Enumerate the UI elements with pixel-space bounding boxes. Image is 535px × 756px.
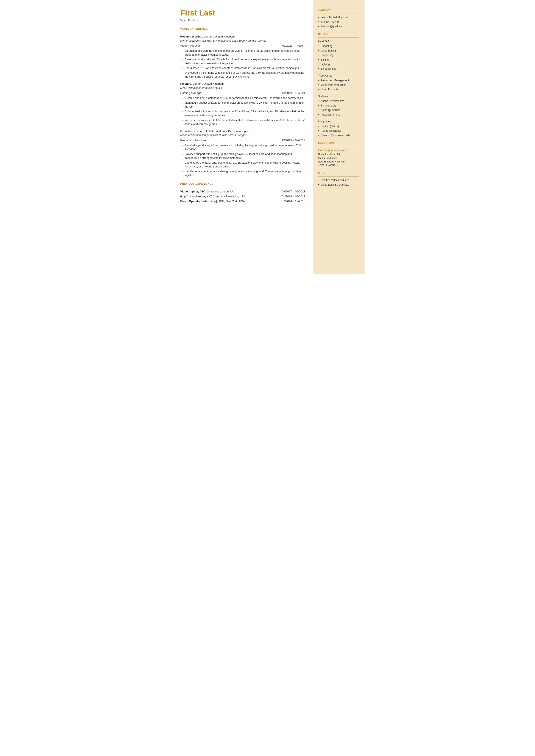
- edu-location: New York City, New York: [318, 160, 359, 164]
- prev-exp-row-3: Boom Operator (Internship), ABC, New Yor…: [180, 199, 305, 204]
- language-0: English (Native): [318, 124, 359, 128]
- skills-section: SKILLS Hard Skills: Budgeting Video Edit…: [318, 32, 359, 137]
- software-0: Adobe Premiere Pro: [318, 99, 359, 103]
- software-list: Adobe Premiere Pro Screencastify Apple Q…: [318, 99, 359, 117]
- hard-skill-2: Storytelling: [318, 53, 359, 57]
- edu-dates: 10/2011 - 06/2014: [318, 164, 359, 167]
- prev-exp-dates-3: 07/2014 – 12/2015: [282, 199, 305, 204]
- other-list: Certified Video Producer. Video Editing …: [318, 178, 359, 187]
- job-title-3: Production Assistant: [180, 138, 207, 142]
- job-title-1: Video Producer: [180, 43, 200, 48]
- prev-exp-bold-2: Grip Crew Member,: [180, 195, 206, 198]
- job-bullets-3: Assisted in producing 47 documentaries, …: [180, 143, 305, 177]
- bullet-3-1: Assisted in producing 47 documentaries, …: [185, 143, 305, 151]
- prev-exp-dates-2: 01/2016 – 05/2017: [282, 194, 305, 199]
- contact-heading: CONTACT: [318, 9, 359, 12]
- employer-block-1: Resume Worded, London, United Kingdom Fi…: [180, 35, 305, 79]
- job-bullets-2: Created and kept a database of 50K perfo…: [180, 96, 305, 126]
- software-1: Screencastify: [318, 104, 359, 107]
- job-row-3: Production Assistant 10/2018 – 09/2019: [180, 138, 305, 142]
- contact-list: Leeds, United Kingdom +44 1234567890 fir…: [318, 15, 359, 28]
- job-title-2: Casting Manager: [180, 91, 203, 95]
- job-dates-3: 10/2018 – 09/2019: [282, 138, 305, 142]
- education-block: University of New York Bachelor of Fine …: [318, 148, 359, 167]
- job-row-1: Video Producer 01/2022 – Present: [180, 43, 305, 48]
- name-section: First Last Video Producer: [180, 9, 305, 22]
- previous-experience-heading: PREVIOUS EXPERIENCE: [180, 182, 305, 186]
- employer-line-1: Resume Worded, London, United Kingdom: [180, 35, 305, 39]
- hard-skills-label: Hard Skills:: [318, 40, 359, 43]
- prev-exp-rest-1: ABC Company, London, UK: [199, 190, 234, 193]
- full-name: First Last: [180, 9, 305, 17]
- bullet-1-2: Developed and produced 10K ads for prime…: [185, 58, 305, 65]
- techniques-list: Production Management Video Post-Product…: [318, 78, 359, 91]
- edu-school: University of New York: [318, 148, 359, 153]
- employer-tagline-2: NYSE-listed post-production studio: [180, 86, 305, 90]
- prev-exp-row-2: Grip Crew Member, XYZ Company, New York,…: [180, 194, 305, 199]
- software-label: Software:: [318, 95, 359, 98]
- bullet-2-2: Managed a budget of $10M for commercial …: [185, 101, 305, 109]
- edu-field: Media Production: [318, 156, 359, 160]
- technique-0: Production Management: [318, 78, 359, 82]
- job-bullets-1: Bargained and won the rights to shoot on…: [180, 49, 305, 79]
- employer-tagline-3: Movie production company with studios ac…: [180, 133, 305, 137]
- edu-degree: Bachelor of Fine Arts: [318, 153, 359, 156]
- language-1: Romanian (Native): [318, 129, 359, 133]
- hard-skill-1: Video Editing: [318, 49, 359, 53]
- bullet-3-3: Coordinated the travel arrangements for …: [185, 161, 305, 169]
- prev-exp-bold-1: Videographer,: [180, 190, 199, 193]
- work-experience-heading: WORK EXPERIENCE: [180, 27, 305, 31]
- hard-skill-0: Budgeting: [318, 44, 359, 48]
- right-column: CONTACT Leeds, United Kingdom +44 123456…: [313, 0, 365, 274]
- job-row-2: Casting Manager 10/2019 – 12/2021: [180, 91, 305, 95]
- hard-skill-5: Screenwriting: [318, 67, 359, 71]
- contact-section: CONTACT Leeds, United Kingdom +44 123456…: [318, 9, 359, 28]
- contact-item-0: Leeds, United Kingdom: [318, 15, 359, 19]
- employer-line-2: Polyhire, London, United Kingdom: [180, 82, 305, 86]
- other-section: OTHER Certified Video Producer. Video Ed…: [318, 171, 359, 186]
- contact-divider: [318, 14, 359, 14]
- contact-item-1: +44 1234567890: [318, 20, 359, 24]
- employer-location-2: London, United Kingdom: [192, 82, 224, 85]
- languages-label: Languages:: [318, 120, 359, 124]
- employer-line-3: Growthsi, London, United Kingdom & Barce…: [180, 129, 305, 133]
- employer-tagline-1: Film production studio with 50+ employee…: [180, 39, 305, 43]
- technique-1: Video Post-Production: [318, 83, 359, 87]
- other-divider: [318, 176, 359, 177]
- bullet-3-2: Provided support with setting up and tak…: [185, 152, 305, 160]
- prev-exp-left-2: Grip Crew Member, XYZ Company, New York,…: [180, 194, 245, 199]
- employer-block-2: Polyhire, London, United Kingdom NYSE-li…: [180, 82, 305, 126]
- bullet-1-4: Orchestrated a company-wide schedule of …: [185, 71, 305, 79]
- prev-exp-row-1: Videographer, ABC Company, London, UK 06…: [180, 189, 305, 194]
- bullet-3-4: Handled equipment rentals, catering orde…: [185, 169, 305, 177]
- previous-experience-table: Videographer, ABC Company, London, UK 06…: [180, 189, 305, 204]
- bullet-2-3: Collaborated with the production team on…: [185, 109, 305, 117]
- bullet-1-1: Bargained and won the rights to shoot on…: [185, 49, 305, 57]
- software-3: Autodesk Smoke: [318, 113, 359, 117]
- prev-exp-bold-3: Boom Operator (Internship),: [180, 200, 218, 203]
- prev-exp-rest-2: XYZ Company, New York, USA: [206, 195, 245, 198]
- technique-2: Video Production: [318, 88, 359, 91]
- prev-exp-rest-3: ABC, New York, USA: [218, 200, 245, 203]
- bullet-2-4: Performed interviews with 8.5K potential…: [185, 118, 305, 126]
- job-dates-2: 10/2019 – 12/2021: [282, 91, 305, 95]
- software-2: Apple QuickTime: [318, 108, 359, 112]
- other-item-1: Video Editing Certificate.: [318, 183, 359, 187]
- employer-block-3: Growthsi, London, United Kingdom & Barce…: [180, 129, 305, 177]
- bullet-2-1: Created and kept a database of 50K perfo…: [185, 96, 305, 100]
- education-heading: EDUCATION: [318, 141, 359, 145]
- employer-location-1: London, United Kingdom: [203, 35, 235, 38]
- job-dates-1: 01/2022 – Present: [282, 43, 305, 48]
- language-2: Spanish (Conversational): [318, 133, 359, 137]
- work-divider: [180, 32, 305, 32]
- prev-exp-dates-1: 06/2017 – 09/2018: [282, 189, 305, 194]
- employer-location-3: London, United Kingdom & Barcelona, Spai…: [193, 129, 249, 133]
- employer-name-3: Growthsi,: [180, 129, 193, 133]
- contact-item-2: first.last@gmail.com: [318, 25, 359, 28]
- bullet-1-3: Coordinated 1.7K on-site video shoots at…: [185, 66, 305, 70]
- employer-name-2: Polyhire,: [180, 82, 192, 85]
- languages-list: English (Native) Romanian (Native) Spani…: [318, 124, 359, 137]
- techniques-label: Techniques:: [318, 74, 359, 78]
- resume-page: First Last Video Producer WORK EXPERIENC…: [171, 0, 365, 274]
- other-item-0: Certified Video Producer.: [318, 178, 359, 182]
